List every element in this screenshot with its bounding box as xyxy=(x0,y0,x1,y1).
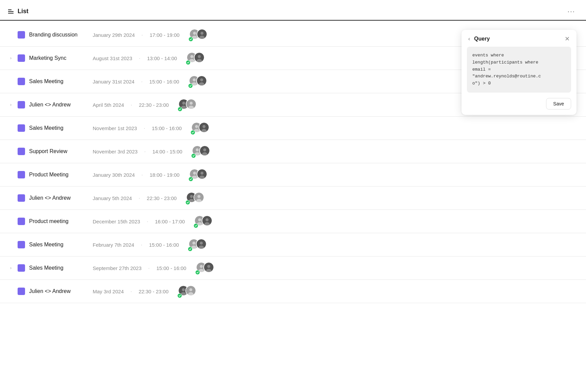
event-time: 15:00 - 16:00 xyxy=(149,79,179,84)
event-avatars xyxy=(188,239,207,251)
dot-separator: · xyxy=(141,79,142,84)
avatar-2 xyxy=(194,192,204,204)
event-name: Sales Meeting xyxy=(29,242,83,248)
svg-point-13 xyxy=(193,78,196,81)
svg-point-67 xyxy=(182,288,185,291)
query-back-button[interactable]: ‹ xyxy=(467,35,471,43)
expand-chevron[interactable]: › xyxy=(8,266,14,270)
event-color-dot xyxy=(18,31,25,39)
list-icon xyxy=(8,9,14,14)
event-name: Marketing Sync xyxy=(29,55,83,61)
event-avatars xyxy=(194,215,212,227)
event-color-dot xyxy=(18,78,25,85)
svg-point-43 xyxy=(190,195,193,198)
event-date: November 3rd 2023 xyxy=(93,149,138,154)
dot-separator: · xyxy=(144,125,145,131)
event-avatars xyxy=(189,29,207,41)
avatar-group xyxy=(196,262,214,274)
expand-chevron[interactable]: › xyxy=(8,56,14,60)
dot-separator: · xyxy=(131,102,132,107)
dot-separator: · xyxy=(148,265,150,271)
event-color-dot xyxy=(18,218,25,225)
event-name: Branding discussion xyxy=(29,32,83,38)
event-name: Support Review xyxy=(29,148,83,154)
event-row[interactable]: Sales Meeting February 7th 2024 · 15:00 … xyxy=(0,233,586,256)
query-panel-header: ‹ Query ✕ xyxy=(461,30,577,47)
event-avatars xyxy=(189,169,207,181)
avatar-group xyxy=(194,215,212,227)
avatar-2 xyxy=(185,285,196,297)
avatar-group xyxy=(178,285,196,297)
check-badge xyxy=(177,293,182,298)
svg-point-4 xyxy=(200,32,203,35)
check-badge xyxy=(188,37,193,42)
query-save-button[interactable]: Save xyxy=(546,98,571,109)
check-badge xyxy=(188,83,193,88)
svg-point-52 xyxy=(206,218,209,221)
event-name: Sales Meeting xyxy=(29,265,83,271)
query-close-button[interactable]: ✕ xyxy=(565,36,570,42)
event-time: 15:00 - 16:00 xyxy=(152,125,182,131)
avatar-group xyxy=(186,192,204,204)
svg-point-37 xyxy=(193,172,196,175)
event-row[interactable]: Product meeting December 15th 2023 · 16:… xyxy=(0,210,586,233)
svg-point-1 xyxy=(193,32,196,35)
avatar-group xyxy=(189,29,207,41)
event-avatars xyxy=(178,285,196,297)
more-options-button[interactable]: ··· xyxy=(565,6,578,17)
event-row[interactable]: Julien <> Andrew January 5th 2024 · 22:3… xyxy=(0,187,586,210)
dot-separator: · xyxy=(131,289,132,294)
check-badge xyxy=(188,247,193,251)
svg-point-25 xyxy=(195,125,198,128)
event-row[interactable]: Julien <> Andrew May 3rd 2024 · 22:30 - … xyxy=(0,280,586,303)
event-avatars xyxy=(189,75,207,88)
svg-point-16 xyxy=(200,78,203,81)
event-name: Product Meeting xyxy=(29,172,83,178)
expand-chevron[interactable]: › xyxy=(8,102,14,107)
svg-point-49 xyxy=(198,218,201,221)
event-name: Sales Meeting xyxy=(29,125,83,131)
svg-point-64 xyxy=(207,265,210,268)
event-time: 16:00 - 17:00 xyxy=(155,219,185,224)
event-color-dot xyxy=(18,264,25,272)
event-name: Julien <> Andrew xyxy=(29,195,83,201)
event-time: 15:00 - 16:00 xyxy=(156,265,186,271)
avatar-2 xyxy=(202,215,212,227)
svg-point-28 xyxy=(203,125,206,128)
event-date: May 3rd 2024 xyxy=(93,289,124,294)
event-color-dot xyxy=(18,54,25,62)
avatar-2 xyxy=(196,75,207,88)
query-body: events where length(participants where e… xyxy=(467,47,571,93)
svg-point-61 xyxy=(200,265,203,268)
event-row[interactable]: Product Meeting January 30th 2024 · 18:0… xyxy=(0,163,586,187)
avatar-group xyxy=(189,169,207,181)
event-time: 15:00 - 16:00 xyxy=(149,242,179,248)
page-title: List xyxy=(18,8,28,15)
event-date: January 29th 2024 xyxy=(93,32,135,38)
event-row[interactable]: › Sales Meeting September 27th 2023 · 15… xyxy=(0,256,586,280)
dot-separator: · xyxy=(139,195,140,201)
dot-separator: · xyxy=(147,219,148,224)
event-row[interactable]: Sales Meeting November 1st 2023 · 15:00 … xyxy=(0,117,586,140)
event-date: November 1st 2023 xyxy=(93,125,137,131)
event-date: August 31st 2023 xyxy=(93,55,132,61)
avatar-group xyxy=(189,75,207,88)
avatar-group xyxy=(191,122,209,134)
event-date: September 27th 2023 xyxy=(93,265,141,271)
svg-point-70 xyxy=(189,288,193,291)
page-header: List ··· xyxy=(0,0,586,21)
event-name: Sales Meeting xyxy=(29,78,83,84)
dot-separator: · xyxy=(144,149,146,154)
event-avatars xyxy=(186,52,205,64)
event-time: 22:30 - 23:00 xyxy=(139,102,168,108)
check-badge xyxy=(194,223,198,228)
check-badge xyxy=(186,60,190,65)
avatar-2 xyxy=(194,52,205,64)
event-row[interactable]: Support Review November 3rd 2023 · 14:00… xyxy=(0,140,586,163)
event-time: 14:00 - 15:00 xyxy=(152,149,182,154)
event-time: 18:00 - 19:00 xyxy=(150,172,179,178)
dot-separator: · xyxy=(141,242,142,247)
event-date: February 7th 2024 xyxy=(93,242,134,248)
event-date: January 5th 2024 xyxy=(93,195,132,201)
query-title: Query xyxy=(474,36,490,42)
